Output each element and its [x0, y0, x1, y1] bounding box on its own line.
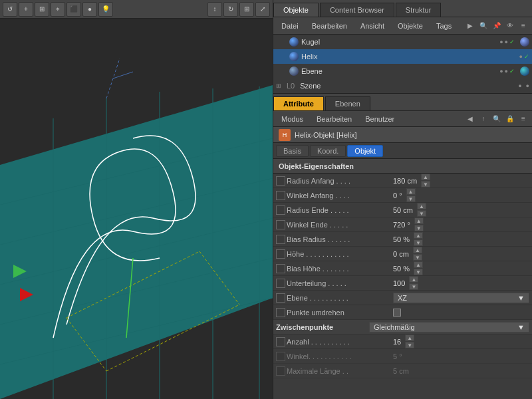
obj-title-text: Helix-Objekt [Helix] — [295, 131, 357, 139]
spinner-winkel-ende[interactable]: 720 ° ▲ ▼ — [393, 217, 424, 231]
tab-ebenen[interactable]: Ebenen — [325, 96, 370, 110]
spinner-down-8[interactable]: ▼ — [409, 283, 418, 290]
tab-objekte[interactable]: Objekte — [273, 3, 319, 17]
sub-tab-objekt[interactable]: Objekt — [347, 145, 383, 157]
spinner-down-6[interactable]: ▼ — [413, 254, 422, 261]
attr-lock-icon[interactable]: 🔒 — [504, 113, 516, 125]
tab-attribute[interactable]: Attribute — [273, 96, 324, 110]
spinner-up-2[interactable]: ▲ — [406, 188, 416, 195]
menu-datei[interactable]: Datei — [276, 21, 304, 31]
spinner-bias-hoehe[interactable]: 50 % ▲ ▼ — [393, 261, 423, 275]
cb-ebene[interactable] — [276, 293, 285, 303]
menu-objekte[interactable]: Objekte — [392, 21, 428, 31]
toggle-punkte-umdrehen[interactable] — [393, 309, 401, 317]
toolbar-nav1[interactable]: ↕ — [207, 2, 222, 17]
cb-radius-anfang[interactable] — [276, 176, 285, 186]
spinner-unterteilung[interactable]: 100 ▲ ▼ — [393, 276, 418, 290]
spinner-radius-anfang[interactable]: 180 cm ▲ ▼ — [393, 174, 430, 188]
sub-tab-koord[interactable]: Koord. — [310, 145, 346, 157]
spinner-down-7[interactable]: ▼ — [414, 269, 423, 275]
obj-manager-toolbar: Datei Bearbeiten Ansicht Objekte Tags ▶ … — [273, 17, 532, 35]
cb-unterteilung[interactable] — [276, 279, 285, 288]
attr-bearbeiten[interactable]: Bearbeiten — [311, 114, 357, 124]
spinner-down-2[interactable]: ▼ — [406, 196, 416, 202]
spinner-up-3[interactable]: ▲ — [417, 203, 426, 209]
prop-name-bias-radius: Bias Radius . . . . . . — [287, 235, 393, 243]
obj-row-kugel[interactable]: Kugel ● ● ✓ — [273, 35, 532, 49]
dropdown-ebene[interactable]: XZ▼ — [393, 293, 529, 303]
helix-icon: H — [279, 129, 291, 141]
toolbar-icon3[interactable]: ⬛ — [66, 2, 81, 17]
toolbar-nav2[interactable]: ↻ — [223, 2, 238, 17]
prop-unterteilung: Unterteilung . . . . . 100 ▲ ▼ — [273, 276, 532, 291]
prop-zwischenpunkte: Zwischenpunkte Gleichmäßig▼ — [273, 320, 532, 334]
spinner-anzahl[interactable]: 16 ▲ ▼ — [393, 334, 414, 348]
menu-bearbeiten[interactable]: Bearbeiten — [307, 21, 352, 31]
obj-dots-helix: ● ✓ — [519, 53, 529, 60]
spinner-up-9[interactable]: ▲ — [405, 334, 414, 341]
spinner-down-3[interactable]: ▼ — [417, 210, 426, 217]
obj-row-helix[interactable]: Helix ● ✓ — [273, 49, 532, 64]
spinner-up-5[interactable]: ▲ — [414, 232, 423, 239]
cb-winkel-disabled — [276, 352, 285, 361]
tab-content-browser[interactable]: Content Browser — [320, 3, 394, 17]
prop-name-unterteilung: Unterteilung . . . . . — [287, 279, 393, 287]
toolbar-pin[interactable]: 📌 — [491, 20, 503, 32]
cb-radius-ende[interactable] — [276, 205, 285, 215]
dropdown-zwischenpunkte[interactable]: Gleichmäßig▼ — [369, 322, 529, 332]
toolbar-arrow-right[interactable]: ▶ — [464, 20, 476, 32]
toolbar-icon2[interactable]: ⌖ — [51, 2, 65, 17]
spinner-radius-ende[interactable]: 50 cm ▲ ▼ — [393, 203, 426, 217]
attr-cursor-icon[interactable]: ↑ — [477, 113, 489, 125]
cb-bias-radius[interactable] — [276, 235, 285, 244]
toolbar-nav4[interactable]: ⤢ — [255, 2, 270, 17]
toolbar-move[interactable]: + — [19, 2, 33, 17]
spinner-up-4[interactable]: ▲ — [414, 217, 424, 224]
cb-anzahl[interactable] — [276, 337, 285, 346]
spinner-up-8[interactable]: ▲ — [409, 276, 418, 283]
toolbar-search[interactable]: 🔍 — [477, 20, 489, 32]
attr-modus[interactable]: Modus — [276, 114, 309, 124]
prop-winkel-anfang: Winkel Anfang . . . . 0 ° ▲ ▼ — [273, 188, 532, 203]
sub-tab-basis[interactable]: Basis — [276, 145, 309, 157]
toolbar-icon5[interactable]: 💡 — [98, 2, 113, 17]
cb-hoehe[interactable] — [276, 249, 285, 259]
attr-search-icon[interactable]: 🔍 — [491, 113, 503, 125]
obj-name-kugel: Kugel — [301, 38, 497, 46]
spinner-down-5[interactable]: ▼ — [414, 239, 423, 246]
viewport-canvas[interactable] — [0, 19, 273, 399]
prop-name-hoehe: Höhe . . . . . . . . . . . — [287, 250, 393, 258]
spinner-up-6[interactable]: ▲ — [413, 247, 422, 253]
tab-struktur[interactable]: Struktur — [396, 3, 442, 17]
spinner-winkel-anfang[interactable]: 0 ° ▲ ▼ — [393, 188, 416, 202]
spinner-down-9[interactable]: ▼ — [405, 342, 414, 348]
toolbar-icon4[interactable]: ● — [82, 2, 97, 17]
spinner-down[interactable]: ▼ — [421, 181, 430, 188]
attr-back-icon[interactable]: ◀ — [464, 113, 476, 125]
menu-ansicht[interactable]: Ansicht — [355, 21, 390, 31]
cb-max-laenge — [276, 366, 285, 376]
spinner-up-7[interactable]: ▲ — [414, 261, 423, 268]
spinner-up[interactable]: ▲ — [421, 174, 430, 180]
attr-benutzer[interactable]: Benutzer — [360, 114, 400, 124]
cb-punkte-umdrehen[interactable] — [276, 308, 285, 317]
obj-icon-ebene — [289, 66, 299, 76]
obj-row-ebene[interactable]: Ebene ● ● ✓ — [273, 64, 532, 78]
cb-winkel-anfang[interactable] — [276, 191, 285, 200]
prop-ebene: Ebene . . . . . . . . . . XZ▼ — [273, 291, 532, 305]
cb-winkel-ende[interactable] — [276, 220, 285, 229]
spinner-down-4[interactable]: ▼ — [414, 225, 424, 231]
cb-bias-hoehe[interactable] — [276, 264, 285, 273]
toolbar-eye[interactable]: 👁 — [504, 20, 516, 32]
toolbar-more[interactable]: ≡ — [517, 20, 529, 32]
attr-tabs: Attribute Ebenen — [273, 94, 532, 111]
scene-name: Szene — [300, 82, 515, 90]
menu-tags[interactable]: Tags — [431, 21, 457, 31]
spinner-bias-radius[interactable]: 50 % ▲ ▼ — [393, 232, 423, 246]
spinner-hoehe[interactable]: 0 cm ▲ ▼ — [393, 247, 422, 261]
attr-more-icon[interactable]: ≡ — [517, 113, 529, 125]
viewport[interactable]: ↺ + ⊞ ⌖ ⬛ ● 💡 ↕ ↻ ⊞ ⤢ — [0, 0, 273, 399]
toolbar-nav3[interactable]: ⊞ — [239, 2, 254, 17]
toolbar-icon1[interactable]: ⊞ — [35, 2, 49, 17]
toolbar-rotate[interactable]: ↺ — [3, 2, 17, 17]
